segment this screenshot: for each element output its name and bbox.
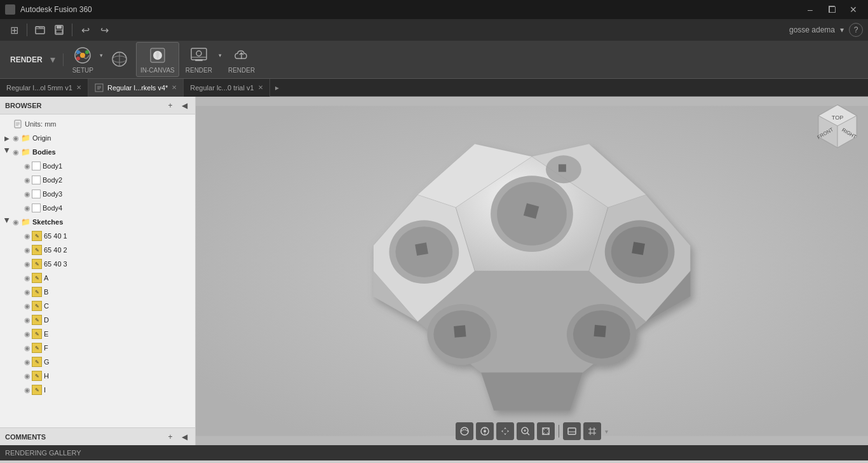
browser-header: BROWSER + ◀: [0, 97, 195, 114]
sketch-6540-2-label: 65 40 2: [44, 246, 67, 254]
sketches-folder-icon: 📁: [20, 218, 31, 226]
undo-button[interactable]: ↩: [76, 21, 94, 39]
sketch-A-item[interactable]: ◉ ✎ A: [0, 271, 195, 285]
tab-1-close[interactable]: ✕: [76, 84, 81, 91]
svg-line-70: [527, 433, 530, 436]
sketch-B-item[interactable]: ◉ ✎ B: [0, 285, 195, 299]
body3-item[interactable]: ◉ Body3: [0, 187, 195, 201]
nav-cube[interactable]: TOP FRONT RIGHT: [812, 102, 863, 153]
look-at-button[interactable]: [476, 422, 494, 440]
appearance-button[interactable]: SETUP: [69, 43, 97, 76]
zoom-fit-button[interactable]: [537, 422, 555, 440]
bodies-expand-icon[interactable]: ▶: [4, 148, 11, 156]
sketch-D-eye[interactable]: ◉: [23, 316, 32, 324]
sketch-6540-2-eye[interactable]: ◉: [23, 246, 32, 254]
status-left: RENDERING GALLERY: [5, 449, 81, 457]
browser-buttons: + ◀: [165, 100, 190, 111]
grid-toggle-button[interactable]: [583, 422, 601, 440]
sketch-6540-1-label: 65 40 1: [44, 232, 67, 240]
comments-add-button[interactable]: +: [165, 431, 176, 443]
body4-visibility-icon[interactable]: ◉: [23, 204, 32, 212]
sketch-6540-1-eye[interactable]: ◉: [23, 232, 32, 240]
browser-add-button[interactable]: +: [165, 100, 176, 111]
svg-point-66: [484, 430, 486, 432]
browser-collapse-button[interactable]: ◀: [179, 100, 190, 111]
sketch-D-icon: ✎: [32, 315, 42, 325]
tabs-more[interactable]: ▸: [270, 83, 284, 92]
display-mode-button[interactable]: [563, 422, 581, 440]
origin-visibility-icon[interactable]: ◉: [11, 134, 20, 142]
sketch-6540-2-item[interactable]: ◉ ✎ 65 40 2: [0, 243, 195, 257]
tab-3-label: Regular lc...0 trial v1: [190, 84, 254, 92]
body1-visibility-icon[interactable]: ◉: [23, 162, 32, 170]
sketch-E-item[interactable]: ◉ ✎ E: [0, 327, 195, 341]
close-button[interactable]: ✕: [844, 0, 863, 19]
titlebar: Autodesk Fusion 360 – ⧠ ✕: [0, 0, 868, 19]
sketch-D-item[interactable]: ◉ ✎ D: [0, 313, 195, 327]
sketches-visibility-icon[interactable]: ◉: [11, 218, 20, 226]
render-to-cloud-button[interactable]: RENDER: [224, 43, 259, 76]
maximize-button[interactable]: ⧠: [822, 0, 841, 19]
body4-item[interactable]: ◉ Body4: [0, 201, 195, 215]
body3-visibility-icon[interactable]: ◉: [23, 190, 32, 198]
body2-visibility-icon[interactable]: ◉: [23, 176, 32, 184]
comments-collapse-button[interactable]: ◀: [179, 431, 190, 443]
redo-button[interactable]: ↪: [95, 21, 113, 39]
tab-3-close[interactable]: ✕: [258, 84, 263, 91]
sketch-G-eye[interactable]: ◉: [23, 358, 32, 366]
sketch-B-eye[interactable]: ◉: [23, 288, 32, 296]
sketch-C-item[interactable]: ◉ ✎ C: [0, 299, 195, 313]
sketch-I-item[interactable]: ◉ ✎ I: [0, 383, 195, 397]
sketch-H-item[interactable]: ◉ ✎ H: [0, 369, 195, 383]
units-label: Units: mm: [25, 120, 57, 128]
body2-item[interactable]: ◉ Body2: [0, 173, 195, 187]
sketch-I-eye[interactable]: ◉: [23, 386, 32, 394]
save-button[interactable]: [50, 21, 68, 39]
titlebar-title: Autodesk Fusion 360: [20, 5, 92, 14]
sketches-expand-icon[interactable]: ▶: [4, 218, 11, 226]
tab-2[interactable]: Regular l...rkels v4* ✕: [88, 79, 184, 97]
tab-3[interactable]: Regular lc...0 trial v1 ✕: [184, 79, 269, 97]
sketch-6540-3-item[interactable]: ◉ ✎ 65 40 3: [0, 257, 195, 271]
sketch-6540-1-icon: ✎: [32, 231, 42, 241]
origin-expand-icon[interactable]: ▶: [3, 135, 11, 142]
svg-rect-44: [632, 242, 645, 255]
sketch-F-eye[interactable]: ◉: [23, 344, 32, 352]
sketch-H-eye[interactable]: ◉: [23, 372, 32, 380]
minimize-button[interactable]: –: [801, 0, 820, 19]
orbit-button[interactable]: [456, 422, 473, 440]
sketch-E-eye[interactable]: ◉: [23, 330, 32, 338]
help-button[interactable]: ?: [849, 23, 863, 37]
open-file-button[interactable]: [31, 21, 49, 39]
sketch-G-item[interactable]: ◉ ✎ G: [0, 355, 195, 369]
bodies-item[interactable]: ▶ ◉ 📁 Bodies: [0, 145, 195, 159]
grid-icon[interactable]: ⊞: [5, 21, 23, 39]
render-settings-icon: [189, 45, 209, 66]
scene-settings-button[interactable]: [105, 46, 133, 73]
sketch-A-eye[interactable]: ◉: [23, 274, 32, 282]
sketches-item[interactable]: ▶ ◉ 📁 Sketches: [0, 215, 195, 229]
viewport[interactable]: TOP FRONT RIGHT: [196, 97, 868, 445]
comments-bar: COMMENTS + ◀: [0, 427, 195, 445]
3d-model-svg: [196, 97, 868, 445]
bodies-visibility-icon[interactable]: ◉: [11, 148, 20, 156]
origin-item[interactable]: ▶ ◉ 📁 Origin: [0, 131, 195, 145]
in-canvas-render-button[interactable]: IN-CANVAS: [136, 42, 179, 77]
zoom-button[interactable]: [517, 422, 534, 440]
render-arrow: ▾: [219, 52, 222, 59]
sketch-6540-1-item[interactable]: ◉ ✎ 65 40 1: [0, 229, 195, 243]
render-settings-button[interactable]: RENDER: [182, 43, 216, 76]
bodies-folder-icon: 📁: [20, 148, 31, 156]
tab-1[interactable]: Regular l...ol 5mm v1 ✕: [0, 79, 88, 97]
sketch-F-item[interactable]: ◉ ✎ F: [0, 341, 195, 355]
body2-icon: [32, 176, 41, 184]
sketch-6540-3-eye[interactable]: ◉: [23, 260, 32, 268]
tab-2-label: Regular l...rkels v4*: [107, 84, 168, 92]
tab-2-close[interactable]: ✕: [172, 84, 177, 91]
sketch-D-label: D: [44, 316, 49, 324]
in-canvas-label: IN-CANVAS: [140, 67, 175, 74]
body1-item[interactable]: ◉ Body1: [0, 159, 195, 173]
pan-button[interactable]: [496, 422, 514, 440]
render-arrow-icon: ▾: [50, 53, 55, 66]
sketch-C-eye[interactable]: ◉: [23, 302, 32, 310]
